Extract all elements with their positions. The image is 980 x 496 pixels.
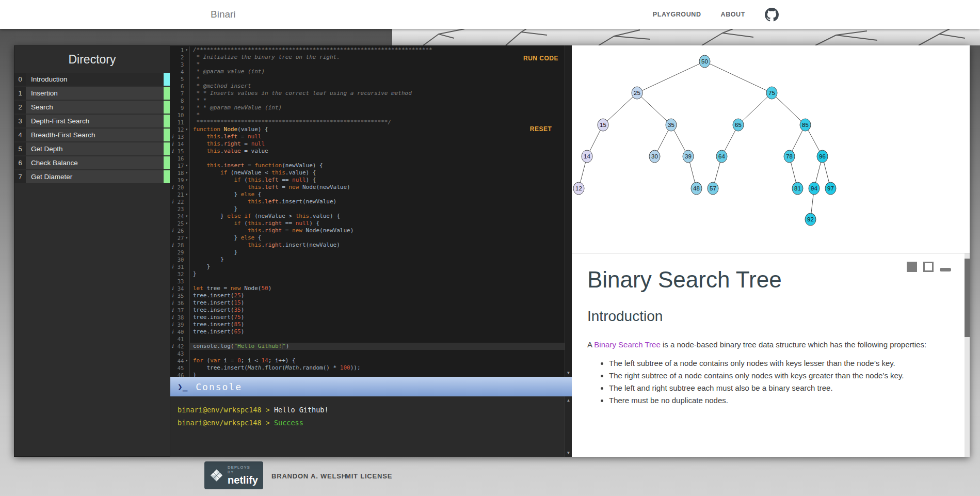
scroll-up-icon[interactable]: ▲ — [565, 398, 572, 403]
directory-item-check-balance[interactable]: 6Check Balance — [14, 156, 170, 169]
svg-text:65: 65 — [735, 122, 742, 128]
line-number: 25 — [175, 220, 184, 227]
line-number: 18 — [175, 169, 184, 177]
line-number: 4 — [175, 68, 184, 75]
line-number: 24 — [175, 213, 184, 220]
directory-item-label: Get Depth — [26, 142, 164, 155]
info-icon: i — [170, 242, 175, 249]
line-number: 5 — [175, 75, 184, 83]
code-line-7: 7 * * Inserts values in the correct leaf… — [170, 90, 565, 97]
info-icon: i — [170, 285, 175, 292]
line-number: 40 — [175, 328, 184, 335]
footer: DEPLOYS BY netlify BRANDON A. WELSH MIT … — [0, 457, 980, 496]
tree-node-57: 57 — [708, 182, 718, 195]
code-editor[interactable]: 1▾/*************************************… — [170, 45, 572, 377]
line-number: 15 — [175, 148, 184, 155]
line-number: 41 — [175, 335, 184, 343]
fold-icon[interactable]: ▾ — [184, 234, 189, 242]
layout-minimize-icon[interactable] — [940, 268, 951, 271]
fold-icon[interactable]: ▾ — [184, 220, 189, 227]
line-number: 38 — [175, 314, 184, 321]
layout-outline-square-icon[interactable] — [923, 262, 934, 272]
directory-item-status — [164, 87, 170, 100]
app-title: Binari — [211, 9, 236, 20]
code-area[interactable]: 1▾/*************************************… — [170, 46, 565, 377]
tree-edge-50-25 — [637, 61, 705, 93]
console-panel[interactable]: binari@env/wrkspc148 > Hello Github!bina… — [170, 396, 572, 457]
code-line-45: 45 tree.insert(Math.floor(Math.random() … — [170, 364, 565, 372]
fold-icon[interactable]: ▾ — [184, 169, 189, 177]
badge-caption: DEPLOYS BY — [228, 465, 258, 474]
directory-item-search[interactable]: 2Search — [14, 101, 170, 114]
run-code-button[interactable]: RUN CODE — [523, 55, 558, 62]
fold-icon[interactable]: ▾ — [184, 46, 189, 54]
editor-scrollbar[interactable]: ▼ — [565, 45, 572, 377]
code-line-38: i38tree.insert(75) — [170, 314, 565, 321]
line-number: 29 — [175, 249, 184, 256]
scroll-down-icon[interactable]: ▼ — [565, 371, 572, 375]
line-number: 2 — [175, 54, 184, 61]
code-line-27: 27▾ } else { — [170, 234, 565, 242]
code-line-43: 43 — [170, 350, 565, 357]
nav-link-playground[interactable]: PLAYGROUND — [653, 11, 701, 18]
line-number: 20 — [175, 184, 184, 191]
page-title: Binary Search Tree — [587, 267, 949, 293]
code-line-5: 5 * — [170, 75, 565, 83]
tree-node-39: 39 — [683, 150, 694, 163]
svg-text:85: 85 — [802, 122, 809, 128]
layout-filled-square-icon[interactable] — [907, 262, 917, 272]
console-line: binari@env/wrkspc148 > Hello Github! — [178, 404, 572, 417]
fold-icon[interactable]: ▾ — [184, 357, 189, 364]
author-link[interactable]: BRANDON A. WELSH — [271, 472, 347, 480]
content-scrollbar[interactable] — [965, 253, 970, 457]
line-number: 8 — [175, 97, 184, 104]
content-scroll-thumb[interactable] — [965, 259, 970, 337]
background-branches — [392, 29, 980, 45]
license-link[interactable]: MIT LICENSE — [345, 472, 392, 480]
directory-item-depth-first-search[interactable]: 3Depth-First Search — [14, 115, 170, 127]
bst-link[interactable]: Binary Search Tree — [594, 340, 660, 349]
code-line-21: 21▾ } else { — [170, 191, 565, 198]
tree-node-97: 97 — [825, 182, 836, 195]
console-output: binari@env/wrkspc148 > Hello Github!bina… — [170, 396, 572, 429]
scroll-down-icon[interactable]: ▼ — [565, 451, 572, 455]
code-line-1: 1▾/*************************************… — [170, 46, 565, 54]
code-line-30: 30 } — [170, 256, 565, 263]
fold-icon[interactable]: ▾ — [184, 177, 189, 184]
code-line-32: 32} — [170, 270, 565, 278]
directory-item-get-diameter[interactable]: 7Get Diameter — [14, 170, 170, 183]
fold-icon[interactable]: ▾ — [184, 191, 189, 198]
netlify-badge[interactable]: DEPLOYS BY netlify — [204, 461, 263, 489]
code-line-15: i15 this.value = value — [170, 148, 565, 155]
top-nav: Binari PLAYGROUND ABOUT — [0, 0, 980, 29]
fold-icon[interactable]: ▾ — [184, 162, 189, 169]
tree-node-12: 12 — [573, 182, 584, 195]
directory-item-breadth-first-search[interactable]: 4Breadth-First Search — [14, 129, 170, 141]
fold-icon[interactable]: ▾ — [184, 213, 189, 220]
directory-item-introduction[interactable]: 0Introduction — [14, 73, 170, 86]
svg-text:14: 14 — [584, 153, 590, 159]
line-number: 13 — [175, 133, 184, 140]
fold-icon[interactable]: ▾ — [184, 126, 189, 133]
directory-item-label: Search — [26, 101, 164, 114]
tree-node-94: 94 — [809, 182, 820, 195]
code-line-29: 29 } — [170, 249, 565, 256]
console-scrollbar[interactable]: ▲ ▼ — [565, 396, 572, 457]
console-line: binari@env/wrkspc148 > Success — [178, 417, 572, 429]
svg-text:15: 15 — [600, 122, 606, 128]
intro-paragraph: A Binary Search Tree is a node-based bin… — [587, 340, 949, 349]
tree-edge-75-85 — [772, 93, 806, 125]
directory-item-label: Introduction — [26, 73, 164, 86]
github-icon[interactable] — [765, 8, 779, 22]
reset-button[interactable]: RESET — [523, 125, 558, 133]
nav-link-about[interactable]: ABOUT — [721, 11, 745, 18]
directory-item-get-depth[interactable]: 5Get Depth — [14, 142, 170, 155]
directory-item-insertion[interactable]: 1Insertion — [14, 87, 170, 100]
code-line-11: 11 *************************************… — [170, 119, 565, 126]
line-number: 17 — [175, 162, 184, 169]
directory-item-label: Insertion — [26, 87, 164, 100]
workspace: Directory 0Introduction1Insertion2Search… — [14, 45, 970, 457]
line-number: 33 — [175, 278, 184, 285]
line-number: 22 — [175, 198, 184, 205]
svg-text:75: 75 — [768, 90, 775, 96]
